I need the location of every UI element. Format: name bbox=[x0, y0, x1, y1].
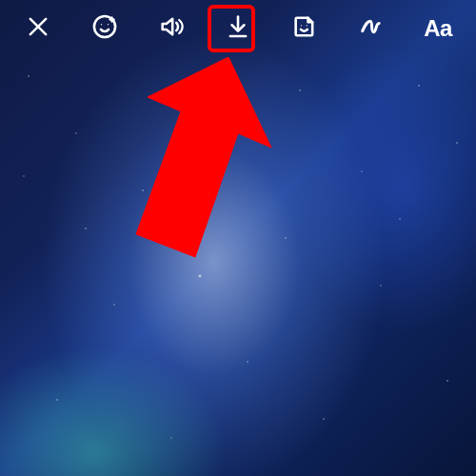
face-icon bbox=[91, 13, 118, 44]
download-button[interactable] bbox=[221, 11, 255, 46]
close-icon bbox=[25, 13, 51, 44]
sticker-icon bbox=[291, 13, 318, 44]
svg-point-1 bbox=[101, 24, 102, 25]
sound-button[interactable] bbox=[154, 11, 188, 46]
svg-point-3 bbox=[301, 25, 302, 26]
text-icon-label: Aa bbox=[424, 15, 452, 42]
draw-button[interactable] bbox=[354, 11, 388, 46]
story-background-stars bbox=[0, 0, 476, 476]
speaker-icon bbox=[158, 13, 185, 44]
svg-point-4 bbox=[307, 25, 307, 26]
close-button[interactable] bbox=[21, 11, 55, 46]
effects-button[interactable] bbox=[88, 11, 122, 46]
text-button[interactable]: Aa bbox=[421, 11, 455, 46]
svg-point-2 bbox=[108, 24, 109, 25]
story-edit-toolbar: Aa bbox=[0, 0, 476, 57]
scribble-icon bbox=[358, 13, 385, 44]
svg-point-0 bbox=[94, 16, 115, 37]
download-icon bbox=[225, 13, 251, 44]
sticker-button[interactable] bbox=[288, 11, 322, 46]
